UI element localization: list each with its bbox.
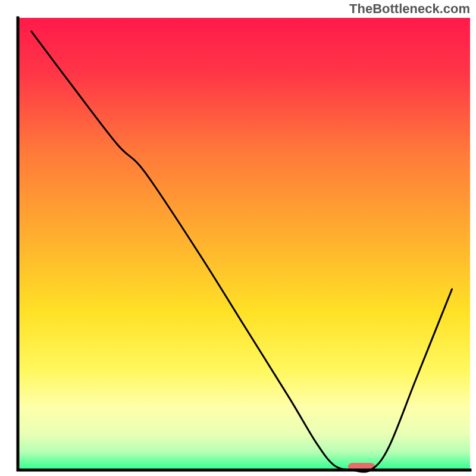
plot-area (18, 18, 470, 472)
gradient-background (18, 18, 470, 470)
bottleneck-chart (0, 0, 476, 476)
watermark-label: TheBottleneck.com (349, 1, 470, 17)
chart-container: TheBottleneck.com (0, 0, 476, 476)
